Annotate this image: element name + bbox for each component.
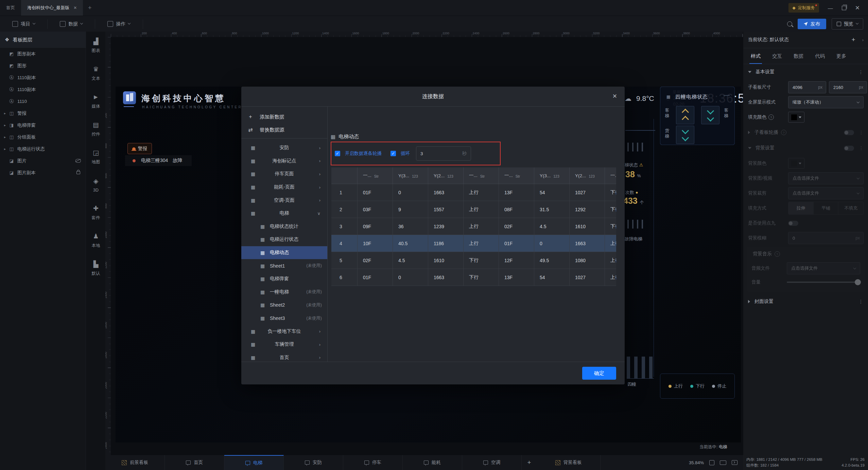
datasource-item[interactable]: ▦ 能耗-页面 › <box>241 181 327 194</box>
zoom-level[interactable]: 35.84% <box>689 460 704 465</box>
component-category[interactable]: ♛ 文本 <box>86 59 106 87</box>
window-tab-project[interactable]: 海创科技中心_最新版 ✕ <box>21 0 83 16</box>
menu-item[interactable]: 项目 <box>0 19 48 29</box>
add-board-button[interactable]: + <box>522 459 537 466</box>
fill-color-picker[interactable] <box>788 112 804 123</box>
layer-item[interactable]: Ⓐ 1110 <box>0 95 86 107</box>
datasource-item[interactable]: ▦ 安防 › <box>241 141 327 155</box>
layer-item[interactable]: Ⓐ 1110副本 <box>0 84 86 95</box>
expand-arrow-icon[interactable]: ▸ <box>4 147 9 151</box>
layer-item[interactable]: ◩ 图形 <box>0 60 86 72</box>
slider-knob[interactable] <box>855 279 861 285</box>
board-width-input[interactable]: 4096px <box>788 81 826 93</box>
carousel-checkbox-label[interactable]: 开启数据逐条轮播 <box>345 150 382 157</box>
section-cover-settings[interactable]: 封面设置 ⋮ <box>743 294 868 309</box>
component-category[interactable]: ♟ 本地 <box>86 227 106 254</box>
datasource-item[interactable]: ▦ Sheet3 (未使用) <box>241 312 327 325</box>
datasource-item[interactable]: ▦ Sheet1 (未使用) <box>241 259 327 272</box>
keyboard-shortcuts-icon[interactable] <box>720 460 726 465</box>
carousel-toggle[interactable] <box>844 130 854 135</box>
component-category[interactable]: ◲ 地图 <box>86 143 106 171</box>
inspector-tab[interactable]: 代码 <box>815 48 825 64</box>
more-dots-icon[interactable]: ⋮ <box>858 299 864 304</box>
bg-image-file-select[interactable]: 点击选择文件 <box>788 172 864 184</box>
table-header-cell[interactable]: Y(2... 123 <box>570 167 605 184</box>
board-tab[interactable]: 空调 <box>462 455 522 470</box>
layer-item[interactable]: ▸ ◫ 分组面板 <box>0 131 86 143</box>
maximize-button[interactable] <box>842 6 846 10</box>
section-background-music[interactable]: 背景音乐 ? <box>747 247 865 261</box>
table-row[interactable]: 6 01F 0 1663 下行 13F 54 1027 上行 <box>331 269 616 286</box>
nine-patch-toggle[interactable] <box>788 221 798 226</box>
datasource-item[interactable]: ▦ 海创标记点 › <box>241 155 327 168</box>
layer-item[interactable]: Ⓐ 1110副本 <box>0 72 86 84</box>
menu-item[interactable]: 操作 <box>95 19 143 29</box>
board-tab[interactable]: 首页 <box>165 455 224 470</box>
component-category[interactable]: ▟ 图表 <box>86 32 106 59</box>
window-tab-home[interactable]: 首页 <box>0 0 21 16</box>
loop-checkbox[interactable]: ✓ <box>390 151 396 156</box>
more-dots-icon[interactable]: ⋮ <box>858 69 864 75</box>
datasource-item[interactable]: ▦ 停车页面 › <box>241 167 327 181</box>
add-state-button[interactable]: + <box>852 36 855 43</box>
datasource-item[interactable]: ▦ 车辆管理 › <box>241 338 327 351</box>
datasource-action[interactable]: ⇄ 替换数据源 <box>241 123 327 136</box>
datasource-item[interactable]: ▦ 一幢电梯 (未使用) <box>241 286 327 299</box>
layer-item[interactable]: ▸ ◫ 警报 <box>0 107 86 119</box>
carousel-checkbox[interactable]: ✓ <box>335 151 340 156</box>
preview-button[interactable]: 预览 <box>832 18 863 30</box>
board-tab[interactable]: 安防 <box>284 455 343 470</box>
table-header-cell[interactable]: 一... <box>605 167 616 184</box>
fit-mode-option[interactable]: 平铺 <box>814 202 839 214</box>
table-header-cell[interactable] <box>331 167 358 184</box>
fit-mode-option[interactable]: 拉伸 <box>788 202 814 214</box>
table-row[interactable]: 1 01F 0 1663 上行 13F 54 1027 下行 <box>331 184 616 201</box>
component-category[interactable]: ► 媒体 <box>86 87 106 115</box>
table-header-cell[interactable]: 一... Str <box>464 167 499 184</box>
section-background-settings[interactable]: 背景设置 ⋮ <box>743 140 868 156</box>
inspector-tab[interactable]: 交互 <box>772 48 782 64</box>
fit-view-icon[interactable] <box>709 460 714 465</box>
section-board-carousel[interactable]: 子看板轮播 ? ⋮ <box>743 125 868 140</box>
tab-close-icon[interactable]: ✕ <box>73 5 77 10</box>
datasource-item[interactable]: ▦ 首页 › <box>241 351 327 362</box>
new-tab-button[interactable]: + <box>83 0 97 16</box>
table-row[interactable]: 4 10F 40.5 1186 上行 01F 0 1663 上行 <box>331 235 616 252</box>
component-category[interactable]: ✚ 套件 <box>86 199 106 227</box>
background-toggle[interactable] <box>844 146 854 151</box>
minimize-button[interactable]: — <box>828 5 833 11</box>
more-dots-icon[interactable]: ⋮ <box>859 145 864 151</box>
board-tab[interactable]: 前景看板 <box>105 455 165 470</box>
console-icon[interactable] <box>732 460 737 465</box>
table-row[interactable]: 5 02F 4.5 1610 下行 12F 49.5 1080 上行 <box>331 252 616 269</box>
table-row[interactable]: 3 09F 36 1239 上行 02F 4.5 1610 下行 <box>331 218 616 235</box>
board-tab[interactable]: 电梯 <box>224 455 284 470</box>
layer-item[interactable]: ◪ 图片 <box>0 155 86 167</box>
alarm-button[interactable]: 警报 <box>127 143 152 154</box>
table-header-cell[interactable]: Y(3... 123 <box>534 167 570 184</box>
layers-panel-header[interactable]: ❖ 看板图层 <box>0 32 86 48</box>
bg-blur-input[interactable]: 0 px <box>788 232 864 244</box>
fullscreen-mode-select[interactable]: 缩放（不滚动） <box>788 96 864 108</box>
vip-service-badge[interactable]: ◆ 定制服务 <box>788 3 819 13</box>
board-tab[interactable]: 停车 <box>343 455 403 470</box>
audio-file-select[interactable]: 点击选择文件 <box>787 262 860 274</box>
component-category[interactable]: ▤ 控件 <box>86 115 106 143</box>
datasource-action[interactable]: + 添加新数据 <box>241 110 327 123</box>
datasource-item[interactable]: ▦ 空调-页面 › <box>241 194 327 207</box>
table-row[interactable]: 2 03F 9 1557 上行 08F 31.5 1292 下行 <box>331 201 616 218</box>
expand-arrow-icon[interactable]: ▸ <box>4 123 9 127</box>
close-button[interactable]: ✕ <box>855 5 860 11</box>
lock-icon[interactable] <box>76 171 80 174</box>
inspector-tab[interactable]: 样式 <box>751 48 761 64</box>
fit-mode-option[interactable]: 不填充 <box>838 202 863 214</box>
datasource-item[interactable]: ▦ Sheet2 (未使用) <box>241 299 327 312</box>
datasource-item[interactable]: ▦ 电梯 ∨ <box>241 207 327 220</box>
datasource-item[interactable]: ▦ 电梯状态统计 <box>241 220 327 233</box>
component-category[interactable]: ◈ 3D <box>86 171 106 199</box>
background-board-tab[interactable]: 背景看板 <box>537 455 601 470</box>
layer-item[interactable]: ▸ ◫ 电梯运行状态 <box>0 143 86 155</box>
datasource-item[interactable]: ▦ 电梯运行状态 <box>241 233 327 246</box>
publish-button[interactable]: 发布 <box>798 19 826 29</box>
next-arrow-icon[interactable]: › <box>862 37 864 42</box>
